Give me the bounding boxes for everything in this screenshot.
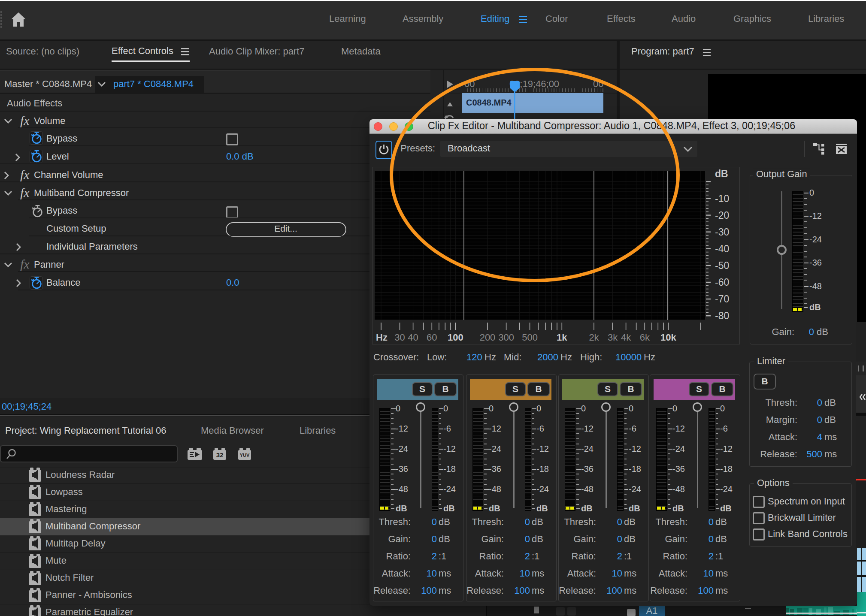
svg-text:500: 500 (522, 332, 538, 343)
svg-text:100: 100 (448, 332, 463, 343)
svg-text:YUV: YUV (240, 453, 250, 458)
svg-text:40: 40 (408, 332, 418, 343)
svg-text:4k: 4k (621, 332, 631, 343)
svg-text:-70: -70 (715, 293, 729, 305)
svg-text:-80: -80 (715, 310, 729, 321)
svg-text:32: 32 (216, 451, 224, 459)
svg-text:-30: -30 (715, 226, 729, 238)
svg-text:-60: -60 (715, 277, 729, 288)
svg-text:-10: -10 (715, 193, 729, 204)
svg-text:2k: 2k (589, 332, 599, 343)
svg-text:300: 300 (498, 332, 514, 343)
svg-text:3k: 3k (608, 332, 618, 343)
svg-text:-50: -50 (715, 260, 729, 271)
svg-text:dB: dB (715, 168, 728, 179)
svg-text:6k: 6k (640, 332, 650, 343)
svg-text:60: 60 (427, 332, 437, 343)
svg-text:-20: -20 (715, 210, 729, 221)
svg-text:200: 200 (480, 332, 496, 343)
svg-text:-40: -40 (715, 243, 729, 254)
svg-text:1k: 1k (557, 332, 567, 343)
svg-text:Hz: Hz (376, 332, 388, 343)
svg-text:30: 30 (394, 332, 405, 343)
svg-text:10k: 10k (660, 332, 676, 343)
